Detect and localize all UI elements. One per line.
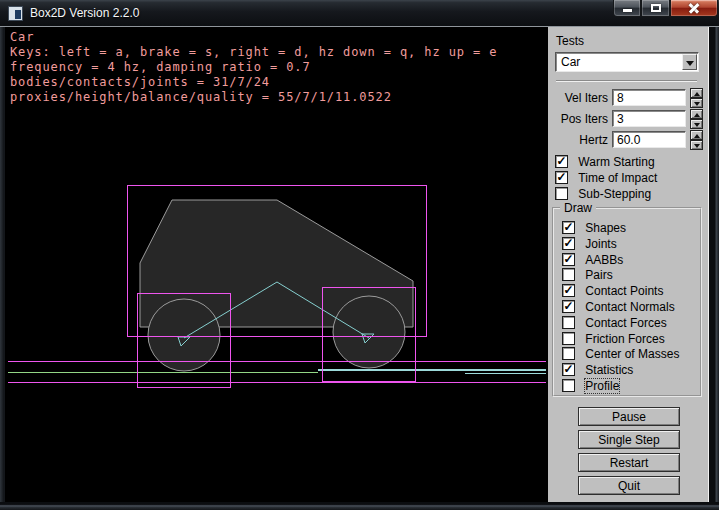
window-border-left (0, 27, 5, 502)
time-of-impact-checkbox[interactable]: ✓ (555, 171, 568, 184)
vel-iters-input[interactable] (612, 89, 686, 106)
separator (556, 80, 697, 82)
pause-button[interactable]: Pause (578, 407, 680, 426)
sub-stepping-checkbox[interactable] (555, 187, 568, 200)
triangle-up-icon (694, 134, 700, 138)
triangle-up-icon (694, 113, 700, 117)
titlebar[interactable]: Box2D Version 2.2.0 (0, 0, 719, 27)
minimize-button[interactable] (613, 0, 641, 17)
frequency-text: frequency = 4 hz, damping ratio = 0.7 (10, 60, 497, 75)
hertz-label: Hertz (554, 133, 608, 147)
statistics-label: Statistics (585, 363, 633, 377)
checkbox-aabbs[interactable]: ✓ AABBs (562, 253, 623, 267)
close-icon (688, 2, 700, 14)
statistics-checkbox[interactable]: ✓ (562, 363, 575, 376)
joints-label: Joints (585, 237, 616, 251)
center-of-masses-label: Center of Masses (585, 347, 679, 361)
contact-forces-checkbox[interactable] (562, 316, 575, 329)
vel-iters-spin-up-button[interactable] (690, 88, 703, 98)
triangle-up-icon (694, 92, 700, 96)
vel-iters-label: Vel Iters (554, 91, 608, 105)
contact-normals-label: Contact Normals (585, 300, 674, 314)
checkbox-contact-forces[interactable]: Contact Forces (562, 316, 667, 330)
checkbox-joints[interactable]: ✓ Joints (562, 237, 617, 251)
simulation-canvas[interactable]: Car Keys: left = a, brake = s, right = d… (5, 27, 548, 502)
vel-iters-spin-down-button[interactable] (690, 98, 703, 108)
maximize-icon (651, 4, 661, 12)
close-button[interactable] (670, 0, 718, 17)
keys-help-text: Keys: left = a, brake = s, right = d, hz… (10, 45, 497, 60)
control-panel: Tests Car Vel Iters Pos Iters (548, 27, 709, 502)
pairs-label: Pairs (585, 268, 612, 282)
pos-iters-label: Pos Iters (554, 112, 608, 126)
triangle-down-icon (694, 144, 700, 148)
profile-checkbox[interactable] (562, 379, 575, 392)
shapes-checkbox[interactable]: ✓ (562, 221, 575, 234)
checkbox-contact-normals[interactable]: ✓ Contact Normals (562, 300, 675, 314)
pos-iters-row: Pos Iters (554, 110, 704, 129)
pos-iters-spinner (690, 109, 703, 129)
draw-group-label: Draw (560, 201, 596, 215)
contact-forces-label: Contact Forces (585, 316, 666, 330)
single-step-button[interactable]: Single Step (578, 430, 680, 449)
tests-dropdown[interactable]: Car (555, 52, 699, 72)
restart-button[interactable]: Restart (578, 453, 680, 472)
pairs-checkbox[interactable] (562, 268, 575, 281)
maximize-button[interactable] (641, 0, 670, 17)
window-border-right (709, 27, 719, 502)
chevron-down-icon (686, 61, 694, 66)
joints-checkbox[interactable]: ✓ (562, 237, 575, 250)
test-name-text: Car (10, 30, 497, 45)
checkbox-pairs[interactable]: Pairs (562, 268, 613, 282)
hertz-input[interactable] (612, 131, 686, 148)
sub-stepping-label: Sub-Stepping (578, 187, 651, 201)
checkbox-time-of-impact[interactable]: ✓ Time of Impact (555, 171, 657, 185)
hertz-spin-up-button[interactable] (690, 130, 703, 140)
checkbox-warm-starting[interactable]: ✓ Warm Starting (555, 155, 655, 169)
rear-wheel-shape (148, 299, 220, 371)
window-border-bottom (0, 502, 719, 510)
tests-dropdown-arrow-button[interactable] (682, 54, 697, 70)
shapes-label: Shapes (585, 221, 626, 235)
checkbox-center-of-masses[interactable]: Center of Masses (562, 347, 679, 361)
hertz-spinner (690, 130, 703, 150)
contact-normals-checkbox[interactable]: ✓ (562, 300, 575, 313)
checkbox-profile[interactable]: Profile (562, 379, 619, 393)
proxies-stats-text: proxies/height/balance/quality = 55/7/1/… (10, 90, 497, 105)
time-of-impact-label: Time of Impact (578, 171, 657, 185)
warm-starting-label: Warm Starting (578, 155, 654, 169)
pos-iters-spin-down-button[interactable] (690, 119, 703, 129)
friction-forces-label: Friction Forces (585, 332, 664, 346)
hertz-spin-down-button[interactable] (690, 140, 703, 150)
checkbox-contact-points[interactable]: ✓ Contact Points (562, 284, 663, 298)
aabbs-label: AABBs (585, 253, 623, 267)
aabbs-checkbox[interactable]: ✓ (562, 253, 575, 266)
window-title: Box2D Version 2.2.0 (30, 6, 139, 20)
contact-points-checkbox[interactable]: ✓ (562, 284, 575, 297)
quit-button[interactable]: Quit (578, 476, 680, 495)
window-controls (613, 0, 718, 17)
friction-forces-checkbox[interactable] (562, 332, 575, 345)
checkbox-friction-forces[interactable]: Friction Forces (562, 332, 665, 346)
center-of-masses-checkbox[interactable] (562, 347, 575, 360)
front-wheel-shape (333, 296, 405, 368)
app-window: Box2D Version 2.2.0 (0, 0, 719, 510)
tests-dropdown-value: Car (561, 55, 580, 69)
pos-iters-input[interactable] (612, 110, 686, 127)
profile-label: Profile (585, 379, 619, 393)
draw-groupbox: Draw ✓ Shapes ✓ Joints ✓ AABBs Pairs ✓ C… (552, 207, 702, 397)
contact-points-label: Contact Points (585, 284, 663, 298)
minimize-icon (623, 9, 632, 12)
stats-overlay: Car Keys: left = a, brake = s, right = d… (10, 30, 497, 105)
bodies-stats-text: bodies/contacts/joints = 31/7/24 (10, 75, 497, 90)
checkbox-shapes[interactable]: ✓ Shapes (562, 221, 626, 235)
tests-label: Tests (556, 34, 584, 48)
checkbox-sub-stepping[interactable]: Sub-Stepping (555, 187, 651, 201)
pos-iters-spin-up-button[interactable] (690, 109, 703, 119)
warm-starting-checkbox[interactable]: ✓ (555, 155, 568, 168)
vel-iters-spinner (690, 88, 703, 108)
hertz-row: Hertz (554, 131, 704, 150)
checkbox-statistics[interactable]: ✓ Statistics (562, 363, 633, 377)
triangle-down-icon (694, 102, 700, 106)
triangle-down-icon (694, 123, 700, 127)
